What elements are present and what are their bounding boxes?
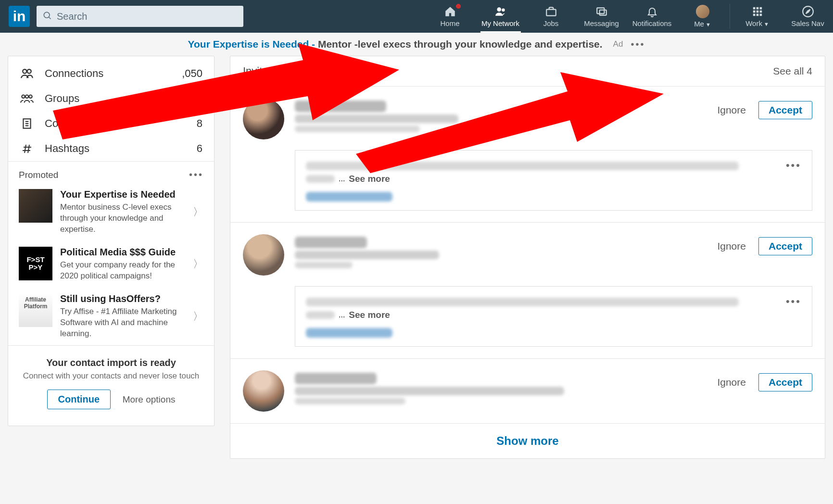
nav-notifications[interactable]: Notifications (627, 0, 677, 33)
blurred-mutual (295, 398, 405, 404)
ignore-button[interactable]: Ignore (717, 104, 746, 116)
promo-title: Your Expertise is Needed (60, 189, 185, 200)
hashtag-icon (20, 143, 34, 154)
import-sub: Connect with your contacts and never los… (19, 371, 203, 381)
ignore-button[interactable]: Ignore (717, 377, 746, 388)
show-more-button[interactable]: Show more (230, 423, 825, 458)
sidebar-item-hashtags[interactable]: Hashtags 6 (8, 136, 214, 161)
promo-item[interactable]: Your Expertise is Needed Mentor business… (8, 183, 214, 241)
blurred-name (295, 101, 386, 112)
promo-title: Still using HasOffers? (60, 293, 185, 304)
nav-messaging[interactable]: Messaging (576, 0, 627, 33)
blurred-mutual (295, 126, 420, 132)
invitations-card: Invitations See all 4 Ignore Accept (230, 56, 825, 459)
svg-point-18 (23, 69, 26, 73)
svg-point-0 (44, 12, 50, 18)
blurred-message-line (306, 298, 739, 306)
continue-button[interactable]: Continue (47, 390, 111, 409)
sidebar-label: Hashtags (45, 142, 89, 155)
chevron-right-icon: 〉 (193, 257, 203, 271)
svg-marker-17 (806, 10, 810, 14)
blurred-headline (295, 251, 439, 259)
svg-line-29 (25, 145, 26, 153)
people-icon (494, 5, 507, 18)
promoted-header: Promoted ••• (8, 162, 214, 183)
company-icon (20, 117, 34, 130)
invitee-avatar[interactable] (243, 98, 284, 139)
promoted-menu-icon[interactable]: ••• (189, 169, 203, 180)
ad-bold: Mentor (318, 38, 352, 50)
see-more-link[interactable]: See more (349, 174, 390, 184)
blurred-message-line (306, 311, 335, 319)
sidebar-count: 6 (197, 142, 202, 155)
search-icon (42, 11, 52, 22)
see-all-link[interactable]: See all 4 (773, 65, 812, 77)
invitation-message: ... See more ••• (295, 286, 812, 347)
nav-me[interactable]: Me▼ (677, 0, 728, 33)
sidebar-label: Groups (45, 92, 79, 105)
invitation-item: Ignore Accept ... See more ••• (230, 222, 825, 358)
nav-home-label: Home (440, 19, 459, 27)
invitee-info[interactable] (295, 98, 707, 135)
chevron-down-icon: ▼ (706, 22, 711, 27)
promo-thumb: Affiliate Platform (19, 293, 52, 327)
svg-point-2 (497, 7, 501, 12)
blurred-reply-link[interactable] (306, 328, 392, 338)
promo-desc: Mentor business C-level execs through yo… (60, 202, 185, 235)
svg-rect-7 (753, 7, 755, 10)
nav-my-network[interactable]: My Network (475, 0, 526, 33)
svg-rect-5 (597, 8, 604, 13)
accept-button[interactable]: Accept (758, 237, 812, 255)
nav-jobs-label: Jobs (543, 19, 559, 27)
sidebar-item-companies[interactable]: Companies 8 (8, 111, 214, 136)
more-options-link[interactable]: More options (123, 394, 176, 405)
sidebar-count: 8 (197, 117, 202, 130)
invitee-avatar[interactable] (243, 370, 284, 412)
ad-link[interactable]: Your Expertise is Needed - (188, 38, 318, 50)
accept-button[interactable]: Accept (758, 373, 812, 391)
invitee-avatar[interactable] (243, 234, 284, 276)
invitee-info[interactable] (295, 234, 707, 271)
nav-sales-nav[interactable]: Sales Nav (783, 0, 833, 33)
svg-rect-6 (599, 10, 606, 15)
compass-icon (802, 5, 814, 18)
promo-desc: Get your company ready for the 2020 poli… (60, 260, 185, 282)
promo-item[interactable]: F>ST P>Y Political Media $$$ Guide Get y… (8, 241, 214, 288)
svg-point-21 (25, 95, 28, 98)
nav-my-network-label: My Network (481, 19, 519, 27)
sidebar-item-connections[interactable]: Connections ,050 (8, 61, 214, 86)
ignore-button[interactable]: Ignore (717, 240, 746, 252)
groups-icon (20, 93, 34, 104)
sidebar-label: Connections (45, 67, 103, 80)
svg-rect-11 (756, 11, 758, 13)
nav-jobs[interactable]: Jobs (526, 0, 576, 33)
sidebar-item-groups[interactable]: Groups 6 (8, 86, 214, 111)
nav-separator (730, 4, 730, 29)
nav-notifications-label: Notifications (632, 19, 672, 27)
bell-icon (646, 5, 658, 18)
message-menu-icon[interactable]: ••• (786, 295, 801, 308)
ad-tag: Ad (613, 39, 623, 49)
svg-rect-9 (759, 7, 762, 10)
nav-home[interactable]: Home (425, 0, 475, 33)
promo-item[interactable]: Affiliate Platform Still using HasOffers… (8, 288, 214, 345)
invitee-info[interactable] (295, 370, 707, 407)
global-nav: in Home My Network Jobs (0, 0, 833, 33)
search-input[interactable] (57, 11, 238, 22)
ad-banner[interactable]: Your Expertise is Needed - Mentor -level… (0, 33, 833, 56)
svg-point-3 (502, 9, 505, 12)
accept-button[interactable]: Accept (758, 101, 812, 119)
search-box[interactable] (37, 6, 243, 27)
ad-menu-icon[interactable]: ••• (631, 39, 645, 50)
see-more-link[interactable]: See more (349, 310, 390, 320)
blurred-reply-link[interactable] (306, 192, 392, 202)
contact-import-card: Your contact import is ready Connect wit… (8, 345, 214, 421)
invitation-item: Ignore Accept ... See more ••• (230, 86, 825, 222)
messaging-icon (595, 5, 608, 18)
svg-rect-10 (753, 11, 755, 13)
linkedin-logo[interactable]: in (9, 6, 30, 27)
svg-line-30 (28, 145, 29, 153)
message-menu-icon[interactable]: ••• (786, 159, 801, 172)
connections-icon (20, 68, 34, 79)
nav-work[interactable]: Work▼ (732, 0, 783, 33)
